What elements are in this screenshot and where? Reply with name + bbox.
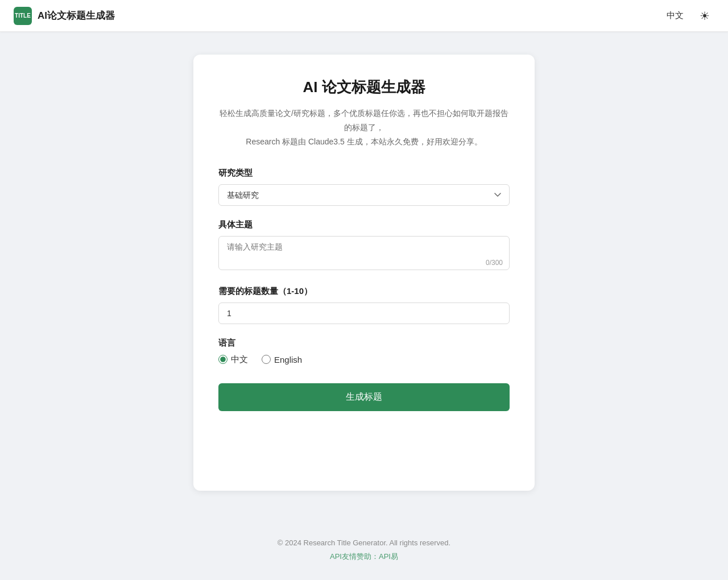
logo-icon: TITLE xyxy=(14,7,32,25)
research-type-select[interactable]: 基础研究 应用研究 综述研究 实验研究 xyxy=(218,184,510,206)
theme-icon: ☀ xyxy=(700,9,710,23)
language-toggle-button[interactable]: 中文 xyxy=(662,8,688,23)
language-chinese-radio[interactable] xyxy=(218,355,228,364)
description-line2: Research 标题由 Claude3.5 生成，本站永久免费，好用欢迎分享。 xyxy=(246,137,482,146)
language-english-radio[interactable] xyxy=(262,355,271,364)
language-english-label: English xyxy=(274,355,302,364)
topic-label: 具体主题 xyxy=(218,219,510,230)
brand: TITLE AI论文标题生成器 xyxy=(14,7,115,25)
footer: © 2024 Research Title Generator. All rig… xyxy=(0,525,728,580)
main-content: AI 论文标题生成器 轻松生成高质量论文/研究标题，多个优质标题任你选，再也不担… xyxy=(0,32,728,525)
submit-button[interactable]: 生成标题 xyxy=(218,383,510,411)
research-type-label: 研究类型 xyxy=(218,168,510,179)
navbar: TITLE AI论文标题生成器 中文 ☀ xyxy=(0,0,728,32)
language-chinese-label: 中文 xyxy=(231,354,248,365)
language-radio-group: 中文 English xyxy=(218,354,510,365)
api-link[interactable]: API友情赞助：API易 xyxy=(330,552,398,561)
count-input[interactable] xyxy=(218,303,510,324)
theme-toggle-button[interactable]: ☀ xyxy=(695,7,714,25)
language-chinese-option[interactable]: 中文 xyxy=(218,354,248,365)
count-label: 需要的标题数量（1-10） xyxy=(218,286,510,297)
textarea-wrapper: 0/300 xyxy=(218,236,510,272)
char-count: 0/300 xyxy=(486,259,503,267)
card-description: 轻松生成高质量论文/研究标题，多个优质标题任你选，再也不担心如何取开题报告的标题… xyxy=(218,106,510,150)
language-english-option[interactable]: English xyxy=(262,355,302,364)
topic-input[interactable] xyxy=(218,236,510,270)
brand-name: AI论文标题生成器 xyxy=(38,9,115,22)
research-type-group: 研究类型 基础研究 应用研究 综述研究 实验研究 xyxy=(218,168,510,206)
footer-copyright: © 2024 Research Title Generator. All rig… xyxy=(0,538,728,547)
footer-links: API友情赞助：API易 xyxy=(0,552,728,562)
language-group: 语言 中文 English xyxy=(218,338,510,365)
language-label: 语言 xyxy=(218,338,510,349)
description-line1: 轻松生成高质量论文/研究标题，多个优质标题任你选，再也不担心如何取开题报告的标题… xyxy=(220,109,508,132)
topic-group: 具体主题 0/300 xyxy=(218,219,510,272)
logo-text: TITLE xyxy=(15,13,31,19)
navbar-right: 中文 ☀ xyxy=(662,7,714,25)
form-card: AI 论文标题生成器 轻松生成高质量论文/研究标题，多个优质标题任你选，再也不担… xyxy=(193,55,535,491)
count-group: 需要的标题数量（1-10） xyxy=(218,286,510,324)
page-title: AI 论文标题生成器 xyxy=(218,77,510,97)
